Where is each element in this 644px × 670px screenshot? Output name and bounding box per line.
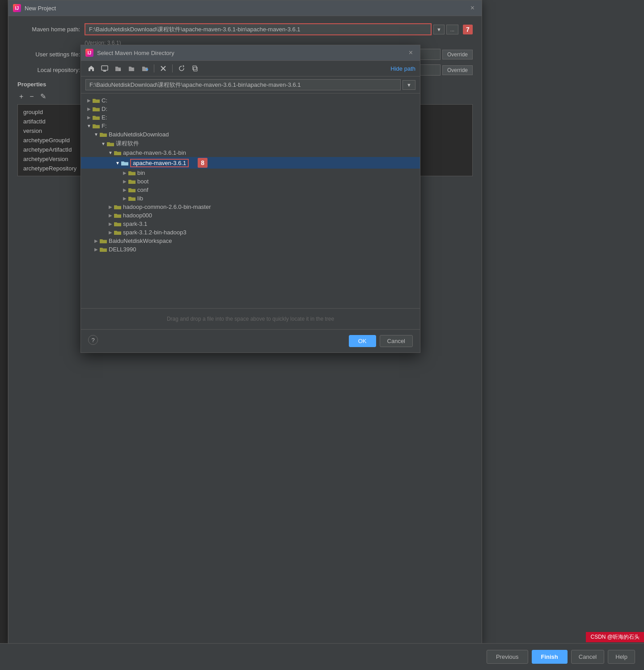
tree-arrow-hadoop-common: ▶ [107,204,114,209]
tree-arrow-hadoop000: ▶ [107,213,114,218]
folder-icon-lib [128,195,136,201]
svg-rect-8 [193,66,196,70]
maven-dialog-close-button[interactable]: × [406,48,415,58]
maven-home-dropdown[interactable]: ▼ [433,25,445,34]
folder-icon-baiduworkspace [100,238,107,244]
tree-node-spark312[interactable]: ▶ spark-3.1.2-bin-hadoop3 [81,228,420,237]
drag-drop-hint: Drag and drop a file into the space abov… [81,308,420,329]
tree-node-f[interactable]: ▼ F: [81,122,420,130]
tree-node-e[interactable]: ▶ E: [81,113,420,122]
maven-dialog-help-btn[interactable]: ? [88,335,98,345]
bottom-nav: Previous Finish Cancel Help [0,643,644,670]
tree-node-maven-bin[interactable]: ▼ apache-maven-3.6.1-bin [81,148,420,157]
maven-dialog-buttons: ? OK Cancel [81,329,420,352]
maven-home-label: Maven home path: [17,26,80,33]
tree-node-d[interactable]: ▶ D: [81,105,420,113]
toolbar-home-btn[interactable] [85,64,97,73]
tree-node-c[interactable]: ▶ C: [81,96,420,105]
tree-label-conf: conf [137,187,148,193]
tree-node-hadoop-common[interactable]: ▶ hadoop-common-2.6.0-bin-master [81,203,420,211]
tree-arrow-maven: ▼ [114,161,121,165]
maven-path-dropdown[interactable]: ▼ [402,80,415,90]
folder-icon-hadoop000 [114,212,121,218]
tree-node-baiduworkspace[interactable]: ▶ BaiduNetdiskWorkspace [81,237,420,245]
svg-rect-7 [194,67,197,71]
maven-dialog: IJ Select Maven Home Directory × + [80,45,420,353]
finish-button[interactable]: Finish [532,650,568,664]
tree-node-lib[interactable]: ▶ lib [81,194,420,203]
folder-icon-baidu [100,131,107,137]
previous-button[interactable]: Previous [487,650,528,664]
properties-remove-btn[interactable]: − [28,91,35,102]
tree-label-maven-bin: apache-maven-3.6.1-bin [123,149,186,156]
tree-arrow-kecheng: ▼ [100,141,107,146]
tree-node-hadoop000[interactable]: ▶ hadoop000 [81,211,420,220]
tree-arrow-d: ▶ [85,106,93,111]
tree-arrow-baiduworkspace: ▶ [93,238,100,243]
local-repo-label: Local repository: [17,67,80,73]
toolbar-delete-btn[interactable] [157,64,169,73]
properties-add-btn[interactable]: + [17,91,25,102]
tree-label-e: E: [102,114,107,121]
left-sidebar-strip [0,0,8,670]
toolbar-up-folder-btn[interactable]: ↑ [126,64,137,73]
annotation-badge-7: 7 [463,25,473,34]
svg-rect-0 [102,66,108,70]
svg-text:↑: ↑ [131,66,133,71]
folder-icon-spark31 [114,221,121,227]
toolbar-new-folder-btn[interactable]: + [112,64,124,73]
folder-icon-spark312 [114,229,121,235]
properties-edit-btn[interactable]: ✎ [38,91,48,102]
tree-node-bin[interactable]: ▶ bin [81,169,420,177]
toolbar-desktop-btn[interactable] [99,64,110,73]
tree-label-maven: apache-maven-3.6.1 [130,159,189,167]
window-title: New Project [25,5,56,12]
maven-home-input-wrap: ▼ ... [85,23,458,35]
folder-icon-f [93,123,100,129]
toolbar-favorites-btn[interactable]: ★ [139,64,151,73]
file-tree[interactable]: ▶ C: ▶ D: ▶ E: ▼ [81,93,420,308]
toolbar-separator-2 [172,64,173,72]
local-repo-override[interactable]: Override [442,65,473,75]
tree-node-dell[interactable]: ▶ DELL3990 [81,245,420,254]
folder-icon-c [93,98,100,103]
tree-label-baidu: BaiduNetdiskDownload [109,131,169,138]
tree-label-lib: lib [137,195,143,202]
tree-arrow-bin: ▶ [121,170,128,175]
tree-label-bin: bin [137,170,145,176]
maven-dialog-title: Select Maven Home Directory [97,50,174,56]
maven-home-row: Maven home path: ▼ ... 7 [17,23,473,35]
intellij-logo-icon: IJ [13,4,21,12]
window-titlebar: IJ New Project × [8,0,482,16]
tree-node-kecheng[interactable]: ▼ 课程软件 [81,139,420,148]
folder-icon-e [93,114,100,120]
user-settings-override[interactable]: Override [442,50,473,59]
folder-icon-dell [100,246,107,252]
tree-label-boot: boot [137,178,148,185]
folder-icon-boot [128,178,136,184]
folder-icon-bin [128,170,136,176]
hide-path-link[interactable]: Hide path [390,65,415,72]
maven-home-browse[interactable]: ... [446,25,458,34]
folder-icon-maven [121,160,128,166]
toolbar-copy-path-btn[interactable] [189,64,201,73]
help-button[interactable]: Help [608,650,635,664]
tree-node-conf[interactable]: ▶ conf [81,186,420,194]
tree-node-baidu[interactable]: ▼ BaiduNetdiskDownload [81,130,420,139]
maven-dialog-cancel-btn[interactable]: Cancel [380,335,413,347]
tree-label-baiduworkspace: BaiduNetdiskWorkspace [109,237,172,244]
tree-arrow-spark312: ▶ [107,230,114,235]
svg-rect-1 [103,71,106,72]
toolbar-refresh-btn[interactable] [176,64,187,73]
maven-path-field[interactable] [85,79,401,90]
tree-arrow-maven-bin: ▼ [107,150,114,155]
tree-arrow-spark31: ▶ [107,221,114,226]
cancel-button[interactable]: Cancel [571,650,604,664]
tree-node-spark31[interactable]: ▶ spark-3.1 [81,220,420,228]
window-close-button[interactable]: × [468,3,477,13]
tree-node-maven[interactable]: ▼ apache-maven-3.6.1 8 [81,157,420,169]
folder-icon-d [93,106,100,112]
maven-home-input[interactable] [85,23,432,35]
tree-node-boot[interactable]: ▶ boot [81,177,420,186]
maven-dialog-ok-btn[interactable]: OK [349,335,376,347]
